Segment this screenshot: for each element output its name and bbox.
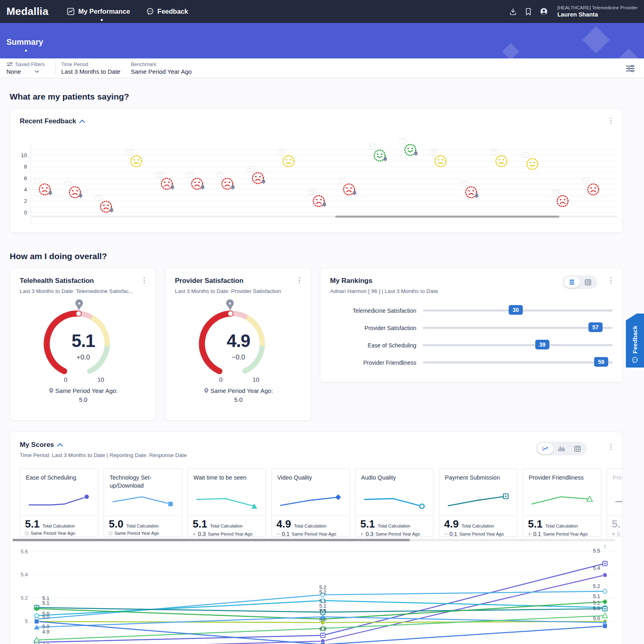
nav-feedback[interactable]: Feedback xyxy=(146,8,188,15)
time-period-value: Last 3 Months to Date xyxy=(61,68,120,75)
svg-text:5.5: 5.5 xyxy=(593,548,600,554)
user-info[interactable]: [HEALTHCARE] Telemedicine Provider Laure… xyxy=(557,5,638,18)
feedback-point-neg[interactable]: ··· xyxy=(160,177,173,190)
feedback-point-neg[interactable]: ··· xyxy=(465,186,478,199)
score-tile[interactable]: Audio Quality 5.1 Total Calculation +0.3… xyxy=(355,468,434,537)
comment-bubble-icon: ··· xyxy=(217,172,224,177)
sparkline xyxy=(193,490,260,513)
feedback-point-neu[interactable]: ··· xyxy=(495,155,508,168)
my-scores-header[interactable]: My Scores xyxy=(20,441,63,449)
score-value: 5. xyxy=(612,518,621,530)
bookmark-icon[interactable] xyxy=(525,8,532,16)
score-tile-title: Ease of Scheduling xyxy=(20,469,98,490)
score-value: 5.1 xyxy=(25,518,39,530)
feedback-bubble-icon xyxy=(632,357,638,364)
benchmark-value: Same Period Year Ago xyxy=(131,68,192,75)
decor-diamond xyxy=(502,43,519,58)
feedback-point-neg[interactable]: ··· xyxy=(100,200,112,213)
feedback-point-neu[interactable]: ··· xyxy=(130,155,143,168)
feedback-point-neg[interactable]: ··· xyxy=(38,183,51,196)
benchmark-text: Same Period Year Ago: 5.0 xyxy=(165,386,312,404)
feedback-point-neg[interactable]: ··· xyxy=(556,195,569,208)
score-tile[interactable]: Technology Set-up/Download 5.0 Total Cal… xyxy=(104,468,182,537)
recent-feedback-header[interactable]: Recent Feedback xyxy=(20,117,85,125)
svg-text:★: ★ xyxy=(77,301,81,305)
list-view-button[interactable] xyxy=(564,276,580,288)
total-calculation-label: Total Calculation xyxy=(42,524,75,528)
comment-bubble-icon: ··· xyxy=(430,150,437,154)
list-icon xyxy=(569,279,575,285)
filter-settings-icon[interactable] xyxy=(625,64,635,75)
ranking-track: 30 xyxy=(423,310,613,312)
feedback-point-neu[interactable]: ··· xyxy=(526,158,539,170)
comment-bubble-icon: ··· xyxy=(491,150,498,154)
org-name: [HEALTHCARE] Telemedicine Provider xyxy=(557,5,638,10)
score-value: 4.9 xyxy=(444,518,459,530)
benchmark-filter[interactable]: Benchmark Same Period Year Ago xyxy=(131,62,192,75)
alert-bell-icon xyxy=(200,184,205,191)
sparkline xyxy=(110,490,177,513)
benchmark-delta: −0.1Same Period Year Ago xyxy=(276,531,345,537)
table-view-button[interactable] xyxy=(580,276,596,288)
feedback-point-neg[interactable]: ··· xyxy=(251,172,264,185)
score-tile[interactable]: Wait time to be seen 5.1 Total Calculati… xyxy=(187,468,266,537)
comment-bubble-icon: ··· xyxy=(126,150,133,154)
feedback-point-neu[interactable]: ··· xyxy=(282,155,295,168)
svg-text:4: 4 xyxy=(24,187,27,193)
ranking-row: Provider Satisfaction 57 xyxy=(330,319,613,337)
download-icon[interactable] xyxy=(509,8,517,16)
ranking-track: 57 xyxy=(423,327,613,329)
bar-chart-view-button[interactable] xyxy=(553,443,569,454)
kebab-menu-icon[interactable]: ⋮ xyxy=(607,277,614,284)
gauge-min: 0 xyxy=(58,376,74,383)
feedback-point-neg[interactable]: ··· xyxy=(191,177,204,190)
ranking-value-badge[interactable]: 30 xyxy=(509,305,523,315)
nav-my-performance[interactable]: My Performance xyxy=(67,8,130,15)
score-tile[interactable]: Pro 5. Total Calculation +0Same Period Y… xyxy=(607,468,623,537)
line-chart-view-button[interactable] xyxy=(537,443,553,454)
medallia-logo[interactable]: Medallia xyxy=(6,5,48,18)
comment-bubble-icon: ··· xyxy=(339,178,345,183)
feedback-point-pos[interactable]: ··· xyxy=(373,149,386,162)
score-tile[interactable]: Payment Submission 4.9 Total Calculation… xyxy=(439,468,517,537)
score-tile[interactable]: Video Quality 4.9 Total Calculation −0.1… xyxy=(271,468,350,537)
sparkline xyxy=(26,490,93,513)
feedback-side-tab[interactable]: Feedback xyxy=(626,314,644,368)
time-period-filter[interactable]: Time Period Last 3 Months to Date xyxy=(61,62,120,75)
svg-text:5.6: 5.6 xyxy=(21,549,28,555)
score-tile-title: Payment Submission xyxy=(439,469,517,490)
feedback-point-neg[interactable]: ··· xyxy=(343,183,355,196)
scrollbar-thumb[interactable] xyxy=(12,539,410,541)
ranking-label: Provider Friendliness xyxy=(330,359,423,366)
scrollbar-thumb[interactable] xyxy=(335,216,559,218)
total-calculation-label: Total Calculation xyxy=(461,524,494,528)
ranking-value-badge[interactable]: 39 xyxy=(535,340,550,349)
feedback-point-neg[interactable]: ··· xyxy=(221,177,234,190)
comment-bubble-icon: ··· xyxy=(309,190,315,194)
svg-text:5.2: 5.2 xyxy=(593,584,600,589)
account-icon[interactable] xyxy=(540,7,548,16)
saved-filters-dropdown[interactable]: None xyxy=(6,68,45,75)
view-toggle xyxy=(563,275,597,289)
feedback-point-neg[interactable]: ··· xyxy=(587,183,600,196)
feedback-point-neg[interactable]: ··· xyxy=(312,195,325,208)
table-view-button[interactable] xyxy=(569,443,586,454)
kebab-menu-icon[interactable]: ⋮ xyxy=(141,277,147,284)
score-value: 5.1 xyxy=(528,518,542,530)
score-tile[interactable]: Ease of Scheduling 5.1 Total Calculation… xyxy=(20,468,98,537)
kebab-menu-icon[interactable]: ⋮ xyxy=(607,443,614,450)
card-subtitle: Time Period: Last 3 Months to Date | Rep… xyxy=(20,452,187,458)
svg-text:5.0: 5.0 xyxy=(42,614,49,620)
line-chart-icon xyxy=(542,446,549,451)
benchmark-value: 5.0 xyxy=(10,395,156,404)
ranking-value-badge[interactable]: 59 xyxy=(594,357,609,367)
feedback-point-neg[interactable]: ··· xyxy=(69,186,81,199)
ranking-value-badge[interactable]: 57 xyxy=(588,322,603,332)
decor-diamond xyxy=(582,26,610,54)
feedback-point-pos[interactable]: ··· xyxy=(404,143,417,156)
kebab-menu-icon[interactable]: ⋮ xyxy=(296,277,303,284)
feedback-point-neu[interactable]: ··· xyxy=(434,155,447,168)
score-tile[interactable]: Provider Friendliness 5.1 Total Calculat… xyxy=(523,468,601,537)
sparkline xyxy=(445,490,512,513)
kebab-menu-icon[interactable]: ⋮ xyxy=(607,117,614,124)
